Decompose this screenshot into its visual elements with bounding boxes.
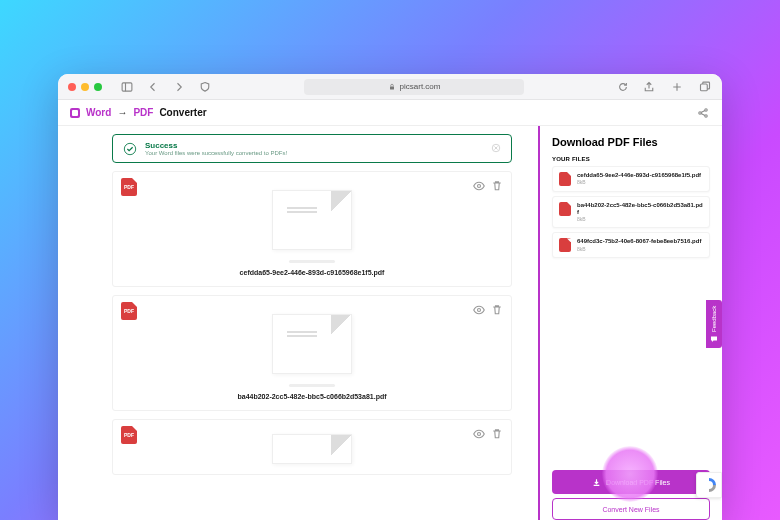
new-tab-button[interactable] [670, 80, 684, 94]
page-thumbnail[interactable] [272, 434, 352, 464]
svg-point-10 [478, 309, 481, 312]
svg-point-11 [478, 433, 481, 436]
file-name-label: cefdda65-9ee2-446e-893d-c9165968e1f5.pdf [240, 269, 385, 276]
header-pdf: PDF [133, 107, 153, 118]
app-logo-icon[interactable] [70, 108, 80, 118]
feedback-tab[interactable]: Feedback [706, 300, 722, 348]
pdf-badge-icon: PDF [121, 178, 137, 196]
file-item-name: cefdda65-9ee2-446e-893d-c9165968e1f5.pdf [577, 172, 701, 179]
banner-subtitle: Your Word files were successfully conver… [145, 150, 287, 156]
address-bar[interactable]: picsart.com [304, 79, 524, 95]
share-button[interactable] [642, 80, 656, 94]
recaptcha-icon [702, 478, 716, 492]
file-item-name: ba44b202-2cc5-482e-bbc5-c066b2d53a81.pdf [577, 202, 703, 216]
convert-new-button[interactable]: Convert New Files [552, 498, 710, 520]
download-button-label: Download PDF Files [606, 479, 670, 486]
minimize-window-button[interactable] [81, 83, 89, 91]
share-page-icon[interactable] [696, 106, 710, 120]
banner-title: Success [145, 141, 287, 150]
file-item-name: 649fcd3c-75b2-40e6-8067-febe8eeb7516.pdf [577, 238, 701, 245]
thumbnail-scroll-handle[interactable] [289, 384, 335, 387]
convert-button-label: Convert New Files [602, 506, 659, 513]
svg-point-4 [699, 111, 701, 113]
svg-point-9 [478, 185, 481, 188]
header-converter: Converter [159, 107, 206, 118]
download-all-button[interactable]: Download PDF Files [552, 470, 710, 494]
file-list-item[interactable]: ba44b202-2cc5-482e-bbc5-c066b2d53a81.pdf… [552, 196, 710, 228]
url-text: picsart.com [400, 82, 441, 91]
sidebar-panel: Download PDF Files YOUR FILES cefdda65-9… [540, 126, 722, 520]
browser-titlebar: picsart.com [58, 74, 722, 100]
banner-close-button[interactable] [491, 143, 501, 155]
file-item-size: 8kB [577, 179, 701, 185]
file-item-size: 8kB [577, 246, 701, 252]
file-card: PDF [112, 419, 512, 475]
feedback-label: Feedback [711, 305, 717, 331]
svg-point-6 [705, 114, 707, 116]
preview-icon[interactable] [473, 426, 485, 444]
chat-icon [710, 335, 718, 343]
preview-icon[interactable] [473, 178, 485, 196]
svg-rect-0 [122, 82, 132, 90]
page-thumbnail[interactable] [272, 314, 352, 374]
pdf-badge-icon: PDF [121, 426, 137, 444]
file-list-item[interactable]: cefdda65-9ee2-446e-893d-c9165968e1f5.pdf… [552, 166, 710, 192]
sidebar-toggle-icon[interactable] [120, 80, 134, 94]
content-area: Success Your Word files were successfull… [58, 126, 722, 520]
file-list-item[interactable]: 649fcd3c-75b2-40e6-8067-febe8eeb7516.pdf… [552, 232, 710, 258]
pdf-icon [559, 172, 571, 186]
file-card: PDF ba44b202-2cc5-482e-bbc5-c066b2d53a81… [112, 295, 512, 411]
pdf-icon [559, 202, 571, 216]
file-item-size: 8kB [577, 216, 703, 222]
sidebar-title: Download PDF Files [552, 136, 710, 148]
svg-point-7 [124, 143, 135, 154]
window-controls [68, 83, 102, 91]
download-icon [592, 478, 601, 487]
success-banner: Success Your Word files were successfull… [112, 134, 512, 163]
pdf-icon [559, 238, 571, 252]
header-arrow: → [117, 107, 127, 118]
thumbnail-scroll-handle[interactable] [289, 260, 335, 263]
close-window-button[interactable] [68, 83, 76, 91]
preview-icon[interactable] [473, 302, 485, 320]
lock-icon [388, 83, 396, 91]
tabs-button[interactable] [698, 80, 712, 94]
recaptcha-badge[interactable] [696, 472, 722, 498]
reload-button[interactable] [616, 80, 630, 94]
check-circle-icon [123, 142, 137, 156]
file-list: cefdda65-9ee2-446e-893d-c9165968e1f5.pdf… [552, 166, 710, 258]
header-word: Word [86, 107, 111, 118]
app-header: Word → PDF Converter [58, 100, 722, 126]
delete-icon[interactable] [491, 302, 503, 320]
forward-button[interactable] [172, 80, 186, 94]
page-thumbnail[interactable] [272, 190, 352, 250]
main-panel: Success Your Word files were successfull… [58, 126, 540, 520]
delete-icon[interactable] [491, 178, 503, 196]
browser-window: picsart.com Word → PDF Converter [58, 74, 722, 520]
file-name-label: ba44b202-2cc5-482e-bbc5-c066b2d53a81.pdf [237, 393, 386, 400]
pdf-badge-icon: PDF [121, 302, 137, 320]
back-button[interactable] [146, 80, 160, 94]
delete-icon[interactable] [491, 426, 503, 444]
svg-rect-3 [701, 84, 708, 91]
svg-point-5 [705, 108, 707, 110]
shield-icon[interactable] [198, 80, 212, 94]
your-files-label: YOUR FILES [552, 156, 710, 162]
maximize-window-button[interactable] [94, 83, 102, 91]
svg-rect-2 [390, 86, 394, 89]
file-card: PDF cefdda65-9ee2-446e-893d-c9165968e1f5… [112, 171, 512, 287]
